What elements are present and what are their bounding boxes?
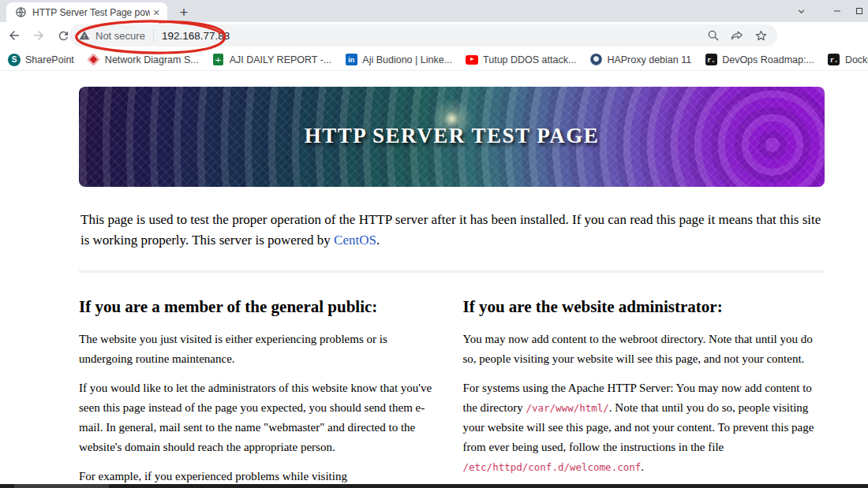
bookmark-linkedin[interactable]: in Aji Budiono | Linke... [345,54,452,66]
not-secure-warning-icon[interactable] [79,30,90,41]
tab-strip: HTTP Server Test Page powered × + [0,0,868,22]
public-heading: If you are a member of the general publi… [79,296,441,317]
maximize-button[interactable] [851,0,868,22]
page-content: HTTP SERVER TEST PAGE This page is used … [79,87,825,488]
browser-toolbar: Not secure 192.168.77.83 A文 [0,22,868,49]
back-button[interactable] [4,25,24,46]
bookmark-haproxy[interactable]: HAProxy debian 11 [589,54,691,66]
google-sheets-icon [212,54,225,66]
security-chip[interactable]: Not secure [95,30,145,42]
admin-column: If you are the website administrator: Yo… [463,296,825,488]
admin-paragraph: You may now add content to the webroot d… [463,330,825,369]
public-column: If you are a member of the general publi… [79,296,441,488]
forward-button[interactable] [28,25,49,46]
tab-search-chevron-icon[interactable] [788,0,814,22]
haproxy-icon [589,54,602,66]
bookmark-docker-roadmap[interactable]: r. Docker Roadmap -... [828,54,868,66]
bookmark-sharepoint[interactable]: S SharePoint [8,54,74,66]
admin-paragraph: For systems using the Apache HTTP Server… [463,378,825,477]
new-tab-button[interactable]: + [175,4,193,21]
globe-icon [14,6,27,19]
bookmarks-bar: S SharePoint Network Diagram S... AJI DA… [0,49,868,71]
divider [79,270,825,273]
bookmark-star-icon[interactable] [750,25,771,46]
bookmark-youtube[interactable]: Tutup DDOS attack... [466,54,576,66]
chip-divider [153,29,154,42]
text-segment: /var/www/html/ [526,402,608,414]
window-controls [788,0,868,22]
text-segment: . [376,233,380,248]
bookmark-daily-report[interactable]: AJI DAILY REPORT -... [212,54,332,66]
centos-link[interactable]: CentOS [334,233,376,248]
sharepoint-icon: S [8,54,21,66]
text-segment: /etc/httpd/conf.d/welcome.conf [463,461,642,473]
linkedin-icon: in [345,54,357,66]
bookmark-devops-roadmap[interactable]: r. DevOps Roadmap:... [705,54,814,66]
admin-heading: If you are the website administrator: [463,296,825,317]
page-title: HTTP SERVER TEST PAGE [79,124,825,148]
browser-tab[interactable]: HTTP Server Test Page powered × [6,2,167,22]
youtube-icon [466,54,478,66]
banner-image: HTTP SERVER TEST PAGE [79,87,825,187]
text-segment: This page is used to test the proper ope… [80,212,821,248]
tab-close-icon[interactable]: × [150,6,163,19]
share-icon[interactable] [727,25,747,46]
text-segment: . [641,460,644,473]
public-paragraph: The website you just visited is either e… [79,330,441,369]
tab-title: HTTP Server Test Page powered [32,7,150,18]
bottom-edge-strip [0,484,868,488]
diagram-diamond-icon [88,54,100,66]
roadmap-icon: r. [705,54,717,66]
address-bar[interactable]: Not secure 192.168.77.83 [69,24,777,47]
public-paragraph: If you would like to let the administrat… [79,378,441,457]
bookmark-network-diagram[interactable]: Network Diagram S... [88,54,199,66]
roadmap-icon: r. [828,54,840,66]
search-icon[interactable] [703,25,724,46]
url-text[interactable]: 192.168.77.83 [162,30,230,42]
intro-paragraph: This page is used to test the proper ope… [80,210,823,250]
minimize-button[interactable] [824,0,851,22]
